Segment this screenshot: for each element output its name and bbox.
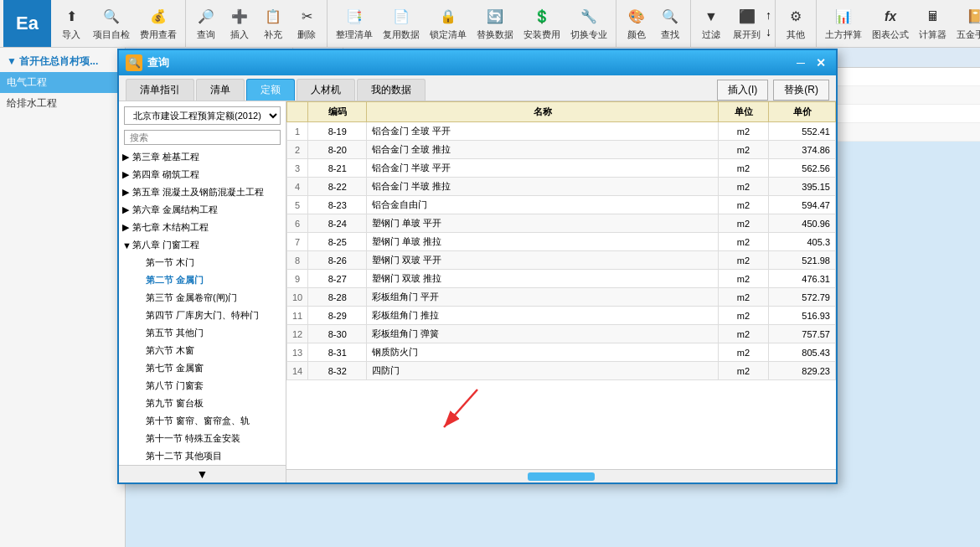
install-fee-icon: 💲 bbox=[532, 7, 552, 27]
col-name: 名称 bbox=[367, 102, 719, 122]
dialog-title-icon: 🔍 bbox=[126, 54, 142, 71]
replace-r-button[interactable]: 替换(R) bbox=[773, 80, 829, 101]
down-arrow[interactable]: ↓ bbox=[766, 25, 771, 39]
tree-label-ch5: 第五章 混凝土及钢筋混凝土工程 bbox=[132, 186, 264, 199]
toolbar-group-3: 📑 整理清单 📄 复用数据 🔒 锁定清单 🔄 替换数据 💲 安装费用 🔧 切换专… bbox=[328, 0, 616, 47]
data-table-container[interactable]: 编码 名称 单位 单价 18-19铝合金门 全玻 平开m2552.4128-20… bbox=[286, 101, 836, 469]
calculator-button[interactable]: 🖩 计算器 bbox=[914, 5, 952, 43]
tree-item-ch5[interactable]: ▶ 第五章 混凝土及钢筋混凝土工程 bbox=[119, 183, 286, 201]
table-row[interactable]: 18-19铝合金门 全玻 平开m2552.41 bbox=[287, 122, 836, 141]
tab-quota[interactable]: 定额 bbox=[246, 79, 295, 101]
table-row[interactable]: 68-24塑钢门 单玻 平开m2450.96 bbox=[287, 214, 836, 233]
tab-my-data[interactable]: 我的数据 bbox=[357, 79, 426, 101]
up-arrow[interactable]: ↑ bbox=[766, 8, 771, 22]
table-row[interactable]: 28-20铝合金门 全玻 推拉m2374.86 bbox=[287, 141, 836, 159]
cell-unit: m2 bbox=[719, 178, 769, 196]
table-row[interactable]: 138-31钢质防火门m2805.43 bbox=[287, 343, 836, 362]
five-hand-button[interactable]: 📔 五金手册 bbox=[952, 5, 980, 43]
table-row[interactable]: 58-23铝合金自由门m2594.47 bbox=[287, 196, 836, 214]
insert-icon: ➕ bbox=[230, 7, 250, 27]
tree-item-ch8-s6[interactable]: 第六节 木窗 bbox=[119, 342, 286, 359]
cell-row-num: 1 bbox=[287, 122, 308, 141]
dialog-close-button[interactable]: ✕ bbox=[812, 54, 829, 71]
table-row[interactable]: 78-25塑钢门 单玻 推拉m2405.3 bbox=[287, 233, 836, 251]
table-row[interactable]: 148-32四防门m2829.23 bbox=[287, 362, 836, 380]
tree-scroll-down[interactable]: ▼ bbox=[197, 467, 209, 481]
table-row[interactable]: 38-21铝合金门 半玻 平开m2562.56 bbox=[287, 159, 836, 178]
tree-item-ch8-s7[interactable]: 第七节 金属窗 bbox=[119, 359, 286, 377]
tree-item-ch8-s8[interactable]: 第八节 门窗套 bbox=[119, 377, 286, 395]
scroll-handle[interactable] bbox=[528, 472, 595, 481]
import-button[interactable]: ⬆ 导入 bbox=[54, 5, 88, 43]
dialog-minimize-button[interactable]: ─ bbox=[792, 54, 809, 71]
tree-label-ch8-s4: 第四节 厂库房大门、特种门 bbox=[146, 309, 259, 322]
earthwork-icon: 📊 bbox=[833, 7, 854, 27]
cell-row-num: 9 bbox=[287, 270, 308, 288]
earthwork-button[interactable]: 📊 土方抨算 bbox=[820, 5, 867, 43]
cell-name: 塑钢门 单玻 平开 bbox=[367, 214, 719, 233]
tree-label-ch8-s9: 第九节 窗台板 bbox=[146, 397, 204, 410]
insert-i-button[interactable]: 插入(I) bbox=[717, 80, 768, 101]
tree-item-ch8-s4[interactable]: 第四节 厂库房大门、特种门 bbox=[119, 307, 286, 324]
lock-clear-button[interactable]: 🔒 锁定清单 bbox=[425, 5, 472, 43]
search-input[interactable] bbox=[124, 130, 281, 145]
copy-data-button[interactable]: 📄 复用数据 bbox=[378, 5, 425, 43]
tree-item-ch8-s2[interactable]: 第二节 金属门 bbox=[119, 271, 286, 289]
table-row[interactable]: 48-22铝合金门 半玻 推拉m2395.15 bbox=[287, 178, 836, 196]
tree-item-ch8[interactable]: ▼ 第八章 门窗工程 bbox=[119, 236, 286, 254]
copy-data-icon: 📄 bbox=[391, 7, 411, 27]
expand-button[interactable]: ⬛ 展开到 bbox=[728, 5, 766, 43]
tab-list-guide[interactable]: 清单指引 bbox=[126, 79, 194, 101]
tree-item-ch7[interactable]: ▶ 第七章 木结构工程 bbox=[119, 219, 286, 236]
cell-price: 757.57 bbox=[769, 325, 836, 343]
delete-button[interactable]: ✂ 删除 bbox=[290, 5, 323, 43]
tree-arrow-ch6: ▶ bbox=[122, 204, 132, 215]
table-row[interactable]: 128-30彩板组角门 弹簧m2757.57 bbox=[287, 325, 836, 343]
formula-button[interactable]: fx 图表公式 bbox=[867, 5, 914, 43]
sidebar-item-plumbing[interactable]: 给排水工程 bbox=[0, 93, 125, 114]
tree-item-ch8-s9[interactable]: 第九节 窗台板 bbox=[119, 395, 286, 412]
tree-item-ch3[interactable]: ▶ 第三章 桩基工程 bbox=[119, 148, 286, 166]
switch-pro-button[interactable]: 🔧 切换专业 bbox=[565, 5, 612, 43]
quota-library-dropdown[interactable]: 北京市建设工程预算定额(2012) bbox=[124, 106, 281, 125]
tab-list[interactable]: 清单 bbox=[196, 79, 245, 101]
sidebar-item-electrical[interactable]: 电气工程 bbox=[0, 72, 125, 93]
tree-item-ch8-s5[interactable]: 第五节 其他门 bbox=[119, 324, 286, 342]
dialog-scrollbar[interactable] bbox=[286, 469, 836, 482]
table-row[interactable]: 108-28彩板组角门 平开m2572.79 bbox=[287, 288, 836, 307]
tree-item-ch8-s12[interactable]: 第十二节 其他项目 bbox=[119, 447, 286, 465]
supplement-button[interactable]: 📋 补充 bbox=[256, 5, 290, 43]
cell-unit: m2 bbox=[719, 196, 769, 214]
tree-arrow-ch4: ▶ bbox=[122, 169, 132, 180]
replace-data-button[interactable]: 🔄 替换数据 bbox=[472, 5, 518, 43]
fee-view-button[interactable]: 💰 费用查看 bbox=[135, 5, 182, 43]
tree-item-ch8-s3[interactable]: 第三节 金属卷帘(闸)门 bbox=[119, 289, 286, 307]
filter-button[interactable]: ▼ 过滤 bbox=[694, 5, 728, 43]
table-row[interactable]: 88-26塑钢门 双玻 平开m2521.98 bbox=[287, 251, 836, 270]
arrange-button[interactable]: 📑 整理清单 bbox=[331, 5, 378, 43]
cell-unit: m2 bbox=[719, 159, 769, 178]
install-fee-button[interactable]: 💲 安装费用 bbox=[518, 5, 565, 43]
cell-name: 四防门 bbox=[367, 362, 719, 380]
tree-container: ▶ 第三章 桩基工程 ▶ 第四章 砌筑工程 ▶ 第五章 混凝土及钢筋混凝土工程 … bbox=[119, 148, 286, 465]
query-button[interactable]: 🔎 查询 bbox=[189, 5, 223, 43]
cell-name: 铝合金门 全玻 平开 bbox=[367, 122, 719, 141]
insert-button[interactable]: ➕ 插入 bbox=[223, 5, 256, 43]
tab-labor-machine[interactable]: 人材机 bbox=[297, 79, 355, 101]
sidebar-project[interactable]: ▼ 首开住总肖村项... bbox=[0, 51, 125, 72]
tree-item-ch6[interactable]: ▶ 第六章 金属结构工程 bbox=[119, 201, 286, 219]
find-button[interactable]: 🔍 查找 bbox=[653, 5, 687, 43]
tree-item-ch8-s1[interactable]: 第一节 木门 bbox=[119, 254, 286, 271]
other-button[interactable]: ⚙ 其他 bbox=[779, 5, 812, 43]
tree-item-ch8-s10[interactable]: 第十节 窗帘、窗帘盒、轨 bbox=[119, 412, 286, 430]
tree-label-ch8-s6: 第六节 木窗 bbox=[146, 344, 194, 357]
color-button[interactable]: 🎨 颜色 bbox=[620, 5, 653, 43]
tree-item-ch4[interactable]: ▶ 第四章 砌筑工程 bbox=[119, 166, 286, 183]
cell-unit: m2 bbox=[719, 343, 769, 362]
tree-item-ch8-s11[interactable]: 第十一节 特殊五金安装 bbox=[119, 430, 286, 447]
project-check-button[interactable]: 🔍 项目自检 bbox=[88, 5, 135, 43]
tree-label-ch4: 第四章 砌筑工程 bbox=[132, 168, 199, 181]
table-row[interactable]: 118-29彩板组角门 推拉m2516.93 bbox=[287, 307, 836, 325]
table-row[interactable]: 98-27塑钢门 双玻 推拉m2476.31 bbox=[287, 270, 836, 288]
cell-row-num: 12 bbox=[287, 325, 308, 343]
